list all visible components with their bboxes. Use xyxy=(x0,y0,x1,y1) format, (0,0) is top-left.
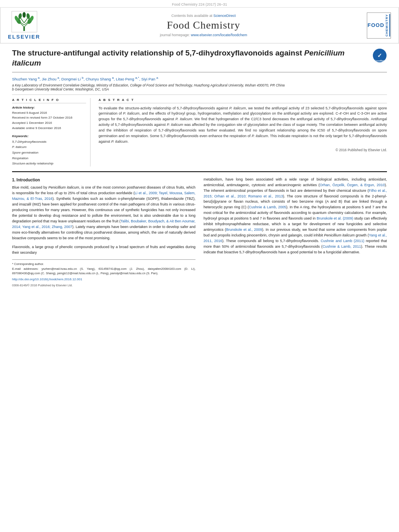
intro-para-1: Blue mold, caused by Penicillium italicu… xyxy=(12,185,195,241)
svg-rect-0 xyxy=(23,27,25,31)
food-chemistry-badge: FOOD CHEMISTRY xyxy=(365,12,393,39)
abstract-section-label: A B S T R A C T xyxy=(99,98,387,103)
issn-line: 0308-8146/© 2016 Published by Elsevier L… xyxy=(12,283,195,288)
body-columns: 1. Introduction Blue mold, caused by Pen… xyxy=(12,177,387,288)
svg-point-13 xyxy=(23,12,26,18)
right-para-1: metabolism, have long been associated wi… xyxy=(204,177,387,255)
svg-point-9 xyxy=(18,13,22,19)
body-col-right: metabolism, have long been associated wi… xyxy=(204,177,387,288)
badge-box: FOOD CHEMISTRY xyxy=(367,12,391,39)
keyword-1: 5,7-Dihydroxyflavonoids xyxy=(12,139,86,145)
info-abstract-columns: A R T I C L E I N F O Article history: R… xyxy=(12,98,387,166)
doi-line[interactable]: http://dx.doi.org/10.1016/j.foodchem.201… xyxy=(12,277,195,282)
email-label: E-mail addresses: yszhen@mail.hzau.edu.c… xyxy=(12,267,195,276)
crossmark-icon: ✓ CrossMark xyxy=(372,48,387,63)
accepted-date: Accepted 1 December 2016 xyxy=(12,121,86,126)
elsevier-wordmark: ELSEVIER xyxy=(8,34,40,40)
svg-point-12 xyxy=(26,13,30,19)
affiliation-b: b Georgetown University Medical Center, … xyxy=(12,87,387,91)
article-title-text: The structure-antifungal activity relati… xyxy=(12,48,368,68)
available-date: Available online 9 December 2016 xyxy=(12,126,86,131)
emails-label-text: E-mail addresses: xyxy=(12,267,39,271)
badge-food-text: FOOD xyxy=(368,23,385,28)
abstract-text: To evaluate the structure-activity relat… xyxy=(99,106,387,145)
body-separator xyxy=(12,171,387,172)
footnote-area: * Corresponding author. E-mail addresses… xyxy=(12,259,195,288)
journal-bar: Food Chemistry 224 (2017) 26–31 xyxy=(0,0,399,8)
keywords-label: Keywords: xyxy=(12,134,86,138)
journal-citation: Food Chemistry 224 (2017) 26–31 xyxy=(172,2,227,6)
homepage-label: journal homepage: xyxy=(160,33,190,37)
affiliation-a: a Key Laboratory of Environment Correlat… xyxy=(12,83,387,87)
corresponding-note: * Corresponding author. xyxy=(12,262,195,266)
title-normal-part: The structure-antifungal activity relati… xyxy=(12,49,304,57)
abstract-column: A B S T R A C T To evaluate the structur… xyxy=(99,98,387,166)
sciencedirect-label: Contents lists available at ScienceDirec… xyxy=(42,14,365,18)
homepage-url[interactable]: www.elsevier.com/locate/foodchem xyxy=(191,33,247,37)
article-info-section-label: A R T I C L E I N F O xyxy=(12,98,86,103)
svg-text:CrossMark: CrossMark xyxy=(374,60,385,62)
keyword-2: P. italicum xyxy=(12,144,86,150)
received-date: Received 9 August 2016 xyxy=(12,111,86,116)
journal-header: ELSEVIER Contents lists available at Sci… xyxy=(0,8,399,43)
intro-para-2: Flavonoids, a large group of phenolic co… xyxy=(12,244,195,256)
intro-heading: 1. Introduction xyxy=(12,177,195,183)
badge-chemistry-text: CHEMISTRY xyxy=(385,14,390,37)
affiliations: a Key Laboratory of Environment Correlat… xyxy=(12,83,387,95)
journal-title: Food Chemistry xyxy=(42,19,365,31)
article-content: The structure-antifungal activity relati… xyxy=(0,43,399,292)
body-col-left: 1. Introduction Blue mold, caused by Pen… xyxy=(12,177,195,288)
authors-line: Shuzhen Yang a, Jie Zhou a, Dongmei Li b… xyxy=(12,76,387,81)
badge-inner: FOOD CHEMISTRY xyxy=(368,14,391,37)
keyword-5: Structure-activity relationship xyxy=(12,161,86,166)
article-title: The structure-antifungal activity relati… xyxy=(12,48,387,72)
keyword-4: Respiration xyxy=(12,156,86,161)
article-history-group: Article history: Received 9 August 2016 … xyxy=(12,106,86,131)
keyword-3: Spore germination xyxy=(12,150,86,156)
emails-text: yszhen@mail.hzau.edu.cn (S. Yang), 63145… xyxy=(12,267,195,275)
badge-food-col: FOOD xyxy=(368,14,385,37)
abstract-copyright: © 2016 Published by Elsevier Ltd. xyxy=(99,148,387,152)
article-info-column: A R T I C L E I N F O Article history: R… xyxy=(12,98,90,166)
history-label: Article history: xyxy=(12,106,86,109)
received-revised-date: Received in revised form 27 October 2016 xyxy=(12,115,86,121)
svg-text:✓: ✓ xyxy=(377,52,382,59)
elsevier-tree-icon xyxy=(11,11,37,33)
authors-text: Shuzhen Yang a, Jie Zhou a, Dongmei Li b… xyxy=(12,77,158,81)
sciencedirect-link[interactable]: ScienceDirect xyxy=(214,14,236,18)
journal-center: Contents lists available at ScienceDirec… xyxy=(42,14,365,37)
journal-homepage: journal homepage: www.elsevier.com/locat… xyxy=(42,33,365,37)
keywords-group: Keywords: 5,7-Dihydroxyflavonoids P. ita… xyxy=(12,134,86,166)
elsevier-logo: ELSEVIER xyxy=(6,11,42,40)
